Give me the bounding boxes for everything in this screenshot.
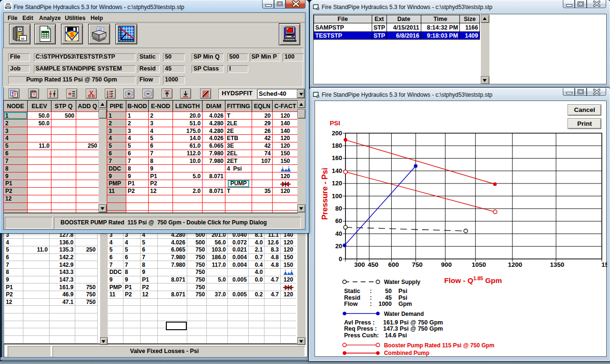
svg-text:S: S bbox=[70, 31, 74, 38]
svg-text:3: 3 bbox=[107, 95, 108, 98]
svg-text:1: 1 bbox=[50, 95, 51, 98]
svg-text:3: 3 bbox=[54, 90, 55, 93]
